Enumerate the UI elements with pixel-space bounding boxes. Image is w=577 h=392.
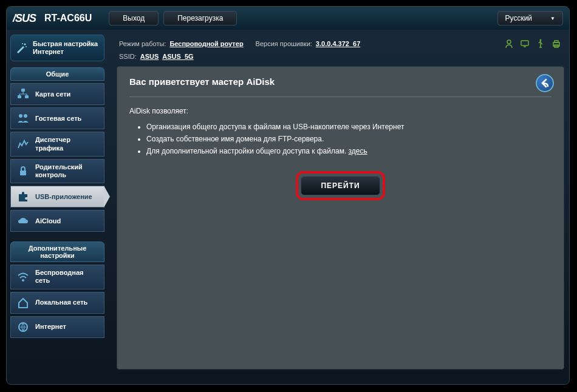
divider bbox=[129, 96, 551, 97]
language-label: Русский bbox=[505, 14, 533, 22]
user-status-icon[interactable] bbox=[504, 38, 514, 49]
sidebar: Быстрая настройка Интернет Общие Карта с… bbox=[7, 30, 108, 384]
puzzle-icon bbox=[16, 190, 30, 203]
status-icons bbox=[504, 38, 562, 49]
ssid-1-link[interactable]: ASUS bbox=[140, 53, 159, 60]
sidebar-item-label: Родительский контроль bbox=[35, 163, 99, 179]
aidisk-panel: Вас приветствует мастер AiDisk AiDisk по… bbox=[117, 66, 564, 370]
language-select[interactable]: Русский ▼ bbox=[497, 11, 563, 25]
sidebar-item-label: Интернет bbox=[35, 323, 66, 331]
quick-setup-label: Быстрая настройка Интернет bbox=[33, 40, 100, 56]
home-icon bbox=[16, 296, 30, 309]
sidebar-item-wireless[interactable]: Беспроводная сеть bbox=[10, 265, 104, 289]
cloud-icon bbox=[16, 214, 30, 228]
sidebar-item-label: Диспетчер трафика bbox=[35, 136, 99, 152]
globe-icon bbox=[16, 320, 30, 334]
ssid-label: SSID: bbox=[119, 53, 137, 60]
content-area: Режим работы: Беспроводной роутер Версия… bbox=[108, 30, 569, 384]
sidebar-item-aicloud[interactable]: AiCloud bbox=[10, 210, 104, 232]
feature-item: Создать собственное имя домена для FTP-с… bbox=[146, 135, 551, 143]
mode-link[interactable]: Беспроводной роутер bbox=[169, 40, 243, 47]
svg-point-11 bbox=[507, 40, 511, 44]
go-button-highlight: ПЕРЕЙТИ bbox=[296, 171, 384, 200]
svg-rect-15 bbox=[555, 41, 558, 42]
chevron-down-icon: ▼ bbox=[550, 16, 555, 21]
quick-setup-button[interactable]: Быстрая настройка Интернет bbox=[10, 35, 104, 61]
model-name: RT-AC66U bbox=[44, 13, 92, 24]
wand-icon bbox=[15, 41, 28, 55]
printer-status-icon[interactable] bbox=[551, 38, 562, 49]
svg-rect-12 bbox=[521, 41, 528, 46]
sidebar-item-usb-app[interactable]: USB-приложение bbox=[10, 186, 104, 208]
sidebar-item-label: Гостевая сеть bbox=[35, 115, 81, 123]
top-header: /SUS RT-AC66U Выход Перезагрузка Русский… bbox=[7, 7, 569, 30]
svg-point-9 bbox=[22, 279, 24, 282]
traffic-icon bbox=[16, 138, 30, 151]
svg-rect-3 bbox=[21, 89, 25, 92]
network-map-icon bbox=[16, 87, 30, 101]
sidebar-item-label: Беспроводная сеть bbox=[35, 269, 99, 285]
brand-logo: /SUS bbox=[13, 12, 36, 25]
info-bar: Режим работы: Беспроводной роутер Версия… bbox=[117, 35, 564, 53]
panel-title: Вас приветствует мастер AiDisk bbox=[129, 76, 551, 94]
mode-label: Режим работы: bbox=[119, 40, 166, 47]
svg-rect-8 bbox=[20, 171, 26, 175]
svg-point-1 bbox=[26, 46, 27, 47]
ssid-bar: SSID: ASUS ASUS_5G bbox=[117, 53, 564, 64]
feature-text: Для дополнительной настройки общего дост… bbox=[146, 147, 349, 155]
here-link[interactable]: здесь bbox=[349, 147, 367, 155]
svg-point-13 bbox=[540, 39, 542, 41]
ssid-2-link[interactable]: ASUS_5G bbox=[162, 53, 193, 60]
go-button[interactable]: ПЕРЕЙТИ bbox=[301, 176, 380, 195]
lock-icon bbox=[16, 164, 30, 178]
guest-network-icon bbox=[16, 112, 30, 125]
svg-rect-4 bbox=[18, 95, 21, 98]
svg-point-2 bbox=[22, 43, 23, 44]
svg-point-7 bbox=[24, 114, 27, 118]
section-general-header: Общие bbox=[10, 67, 104, 81]
wifi-icon bbox=[16, 270, 30, 283]
sidebar-item-label: Локальная сеть bbox=[35, 299, 87, 306]
usb-status-icon[interactable] bbox=[535, 38, 546, 49]
svg-point-0 bbox=[24, 44, 26, 46]
sidebar-item-label: USB-приложение bbox=[35, 193, 92, 201]
sidebar-item-parental-control[interactable]: Родительский контроль bbox=[10, 159, 104, 183]
feature-item: Для дополнительной настройки общего дост… bbox=[146, 147, 551, 155]
feature-list: Организация общего доступа к файлам на U… bbox=[129, 123, 551, 155]
feature-item: Организация общего доступа к файлам на U… bbox=[146, 123, 551, 131]
sidebar-item-lan[interactable]: Локальная сеть bbox=[10, 292, 104, 314]
sidebar-item-network-map[interactable]: Карта сети bbox=[10, 83, 104, 105]
fw-link[interactable]: 3.0.0.4.372_67 bbox=[316, 40, 360, 47]
logout-button[interactable]: Выход bbox=[109, 11, 159, 25]
monitor-status-icon[interactable] bbox=[519, 38, 530, 49]
reboot-button[interactable]: Перезагрузка bbox=[163, 11, 237, 25]
intro-text: AiDisk позволяет: bbox=[129, 107, 551, 115]
sidebar-item-label: Карта сети bbox=[35, 90, 70, 98]
fw-label: Версия прошивки: bbox=[256, 40, 312, 47]
sidebar-item-guest-network[interactable]: Гостевая сеть bbox=[10, 107, 104, 129]
sidebar-item-wan[interactable]: Интернет bbox=[10, 316, 104, 338]
sidebar-item-label: AiCloud bbox=[35, 217, 61, 225]
svg-point-6 bbox=[19, 114, 22, 118]
section-advanced-header: Дополнительные настройки bbox=[10, 242, 104, 262]
svg-rect-5 bbox=[25, 95, 29, 98]
sidebar-item-traffic-manager[interactable]: Диспетчер трафика bbox=[10, 132, 104, 156]
back-button[interactable] bbox=[536, 74, 554, 92]
